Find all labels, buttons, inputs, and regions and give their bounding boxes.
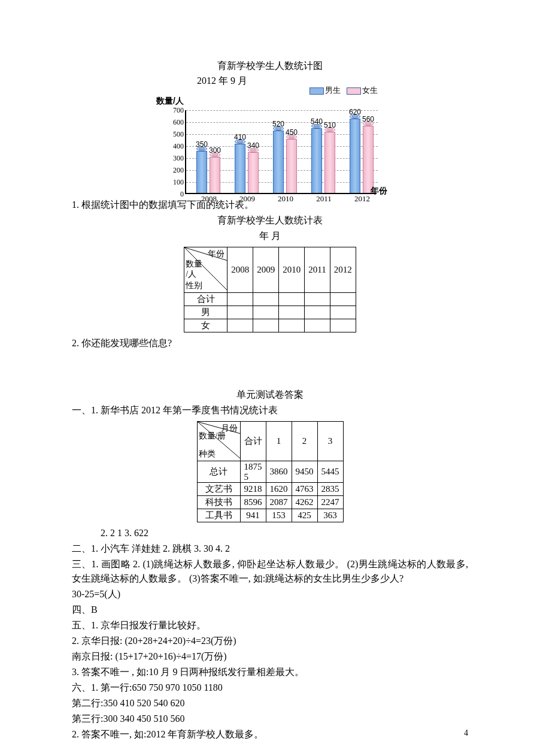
xtick-label: 2010 — [278, 194, 293, 204]
table-row: 工具书941153425363 — [197, 509, 343, 522]
ytick-label: 600 — [168, 119, 184, 126]
chart-legend: 男生 女生 — [310, 85, 378, 96]
a1-col-2: 2 — [292, 422, 317, 461]
bar-top-ellipse — [324, 128, 335, 132]
answer-6c: 第三行:300 340 450 510 560 — [72, 712, 468, 726]
bar-male: 520 — [273, 129, 284, 193]
legend-swatch-female — [347, 87, 361, 95]
answer-1-intro: 一、1. 新华书店 2012 年第一季度售书情况统计表 — [72, 403, 468, 418]
answer-5b: 2. 京华日报: (20+28+24+20)÷4=23(万份) — [72, 634, 468, 648]
answer-1-rest: 2. 2 1 3. 622 — [72, 526, 468, 540]
ytick-label: 400 — [168, 143, 184, 150]
answer-6d: 2. 答案不唯一, 如:2012 年育新学校人数最多。 — [72, 727, 468, 742]
chart-title: 育新学校学生人数统计图 — [72, 60, 468, 72]
xtick-label: 2009 — [239, 194, 255, 204]
answer-2: 二、1. 小汽车 洋娃娃 2. 跳棋 3. 30 4. 2 — [72, 542, 468, 556]
bar-top-ellipse — [363, 122, 374, 126]
table-row: 文艺书9218162047632835 — [197, 483, 343, 496]
q1-col-2008: 2008 — [227, 247, 253, 293]
table-row: 总计18755386094505445 — [197, 461, 343, 483]
answer-3a: 三、1. 画图略 2. (1)跳绳达标人数最多, 仰卧起坐达标人数最少。 (2)… — [72, 557, 468, 586]
bar-top-ellipse — [235, 140, 245, 144]
bar-female: 340 — [248, 150, 259, 193]
ytick-label: 300 — [168, 155, 184, 162]
answer-1-table: 月份 数量/册 种类 合计 1 2 3 总计18755386094505445 … — [197, 421, 344, 522]
answer-4: 四、B — [72, 603, 468, 617]
bar-chart: 男生 女生 数量/人 0100200300400500600700 350300… — [156, 98, 384, 194]
chart-plot: 0100200300400500600700 35030041034052045… — [185, 110, 377, 194]
q1-table-title: 育新学校学生人数统计表 — [72, 213, 468, 228]
q1-table-date: 年 月 — [72, 229, 468, 243]
ytick-label: 500 — [168, 131, 184, 138]
a1-col-1: 1 — [266, 422, 292, 461]
xtick-label: 2012 — [354, 194, 370, 204]
answer-6a: 六、1. 第一行:650 750 970 1050 1180 — [72, 681, 468, 695]
bar-top-ellipse — [350, 114, 360, 119]
ytick-label: 200 — [168, 167, 184, 174]
bar-top-ellipse — [248, 148, 259, 152]
chart-subtitle: 2012 年 9 月 — [0, 75, 468, 87]
legend-swatch-male — [310, 87, 324, 95]
q1-col-2011: 2011 — [305, 247, 330, 293]
bar-male: 620 — [350, 117, 360, 193]
q1-col-2010: 2010 — [279, 247, 305, 293]
answer-6b: 第二行:350 410 520 540 620 — [72, 696, 468, 710]
a1-col-total: 合计 — [240, 422, 266, 461]
bar-top-ellipse — [196, 147, 207, 151]
answer-5c: 南京日报: (15+17+20+16)÷4=17(万份) — [72, 649, 468, 664]
x-axis-label: 年份 — [371, 186, 387, 196]
a1-col-3: 3 — [317, 422, 343, 461]
table-row: 男 — [184, 306, 356, 319]
bar-male: 540 — [311, 126, 322, 193]
bar-top-ellipse — [210, 153, 220, 157]
y-axis-label: 数量/人 — [156, 96, 184, 107]
legend-item-female: 女生 — [347, 85, 378, 96]
bar-top-ellipse — [286, 135, 297, 139]
q1-col-2009: 2009 — [253, 247, 279, 293]
bar-female: 560 — [363, 124, 374, 193]
bar-top-ellipse — [273, 126, 284, 131]
question-1: 1. 根据统计图中的数据填写下面的统计表。 — [72, 198, 468, 212]
answer-3b: 30-25=5(人) — [72, 587, 468, 601]
bar-male: 350 — [196, 149, 207, 193]
page-number: 4 — [464, 728, 468, 738]
ytick-label: 0 — [168, 190, 184, 198]
table-row: 科技书8596208742622247 — [197, 496, 343, 509]
q1-col-2012: 2012 — [330, 247, 356, 293]
q1-table: 年份 数量/人 性别 2008 2009 2010 2011 2012 合计 男… — [184, 247, 356, 332]
answer-5a: 五、1. 京华日报发行量比较好。 — [72, 618, 468, 633]
a1-table-header-corner: 月份 数量/册 种类 — [197, 422, 240, 461]
legend-item-male: 男生 — [310, 85, 341, 96]
xtick-label: 2011 — [316, 194, 332, 204]
bar-female: 510 — [324, 130, 335, 193]
ytick-label: 700 — [168, 107, 184, 114]
bar-female: 300 — [210, 155, 220, 193]
ytick-label: 100 — [168, 179, 184, 186]
answer-5d: 3. 答案不唯一 , 如:10 月 9 日两种报纸发行量相差最大。 — [72, 665, 468, 679]
xtick-label: 2008 — [201, 194, 217, 204]
table-row: 合计 — [184, 293, 356, 306]
question-2: 2. 你还能发现哪些信息? — [72, 336, 468, 350]
q1-table-header-corner: 年份 数量/人 性别 — [184, 247, 227, 293]
answers-heading: 单元测试卷答案 — [72, 388, 468, 402]
bar-top-ellipse — [311, 124, 322, 128]
bar-female: 450 — [286, 137, 297, 193]
table-row: 女 — [184, 319, 356, 332]
